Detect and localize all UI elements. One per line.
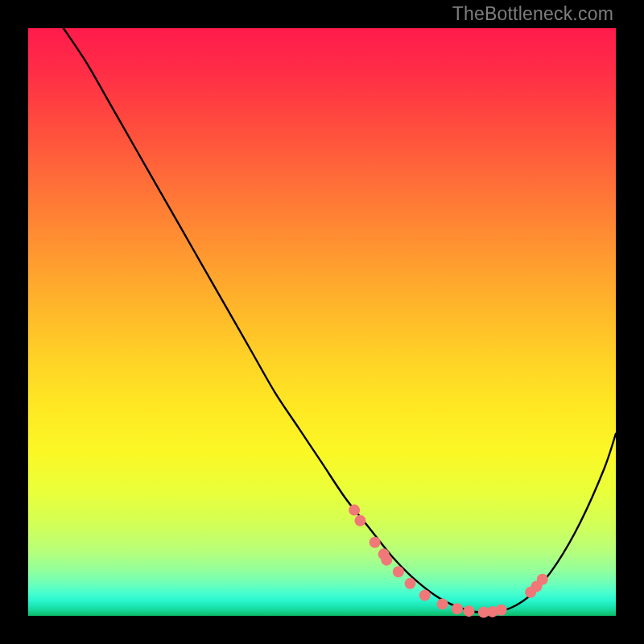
chart-frame: TheBottleneck.com [0, 0, 644, 644]
data-point [369, 537, 381, 548]
data-point [393, 566, 404, 577]
data-point [464, 605, 475, 617]
data-point [405, 578, 416, 589]
data-point [452, 603, 463, 614]
data-point [496, 605, 507, 616]
data-point [419, 589, 431, 601]
data-point [354, 515, 365, 526]
data-point [381, 555, 392, 566]
plot-area [28, 28, 616, 616]
bottleneck-curve [64, 28, 616, 613]
data-point [349, 505, 360, 516]
data-point [537, 574, 548, 585]
watermark-label: TheBottleneck.com [452, 3, 613, 25]
highlighted-points [349, 505, 548, 618]
chart-svg [28, 28, 616, 616]
data-point [437, 598, 448, 609]
